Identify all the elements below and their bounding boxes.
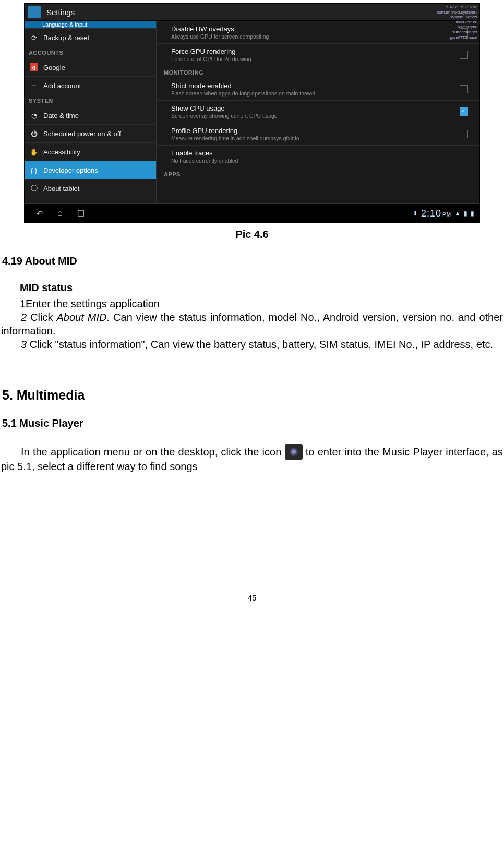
- option-title: Strict mode enabled: [171, 82, 460, 90]
- power-schedule-icon: ⏻: [29, 130, 39, 138]
- sidebar-item-scheduled[interactable]: ⏻ Scheduled power on & off: [25, 124, 156, 142]
- section-header-apps: APPS: [157, 167, 479, 179]
- checkbox[interactable]: [460, 130, 468, 138]
- option-title: Enable traces: [171, 149, 473, 157]
- status-clock: 2:10PM: [421, 208, 451, 219]
- option-subtitle: Force use of GPU for 2d drawing: [171, 56, 460, 62]
- action-bar: Settings: [25, 4, 479, 21]
- sidebar-header-accounts: ACCOUNTS: [25, 46, 156, 58]
- sidebar-item-backup[interactable]: ⟳ Backup & reset: [25, 28, 156, 46]
- sidebar-item-label: Date & time: [43, 112, 79, 119]
- option-show-cpu-usage[interactable]: Show CPU usage Screen overlay showing cu…: [157, 100, 479, 123]
- settings-detail-pane: Disable HW overlays Always use GPU for s…: [157, 21, 479, 203]
- option-title: Show CPU usage: [171, 104, 460, 112]
- option-enable-traces[interactable]: Enable traces No traces currently enable…: [157, 145, 479, 167]
- sidebar-item-language[interactable]: Language & input: [25, 21, 156, 28]
- settings-sidebar: Language & input ⟳ Backup & reset ACCOUN…: [25, 21, 157, 203]
- sidebar-item-about[interactable]: ⓘ About tablet: [25, 179, 156, 197]
- clock-icon: ◔: [29, 112, 39, 119]
- info-icon: ⓘ: [29, 184, 39, 193]
- option-profile-gpu[interactable]: Profile GPU rendering Measure rendering …: [157, 123, 479, 145]
- heading-multimedia: 5. Multimedia: [0, 388, 504, 403]
- option-title: Profile GPU rendering: [171, 127, 460, 135]
- back-icon[interactable]: ↶: [36, 209, 43, 219]
- wifi-icon: ▲: [454, 210, 461, 217]
- option-title: Force GPU rendering: [171, 47, 460, 55]
- settings-screenshot: 5.47 / 1.53 / 5.52 com.android.systemui …: [24, 3, 480, 223]
- sidebar-item-label: Add account: [43, 82, 81, 90]
- sidebar-item-label: Backup & reset: [43, 34, 89, 42]
- option-title: Disable HW overlays: [171, 25, 460, 33]
- section-header-monitoring: MONITORING: [157, 66, 479, 78]
- sidebar-item-label: Accessibility: [43, 148, 80, 156]
- checkbox[interactable]: [460, 85, 468, 93]
- action-bar-title: Settings: [46, 8, 75, 17]
- cpu-overlay: 5.47 / 1.53 / 5.52 com.android.systemui …: [437, 5, 477, 40]
- option-subtitle: Screen overlay showing current CPU usage: [171, 113, 460, 119]
- sidebar-item-add-account[interactable]: ＋ Add account: [25, 76, 156, 94]
- sidebar-item-label: Developer options: [43, 166, 98, 174]
- plus-icon: ＋: [29, 81, 39, 90]
- option-force-gpu-rendering[interactable]: Force GPU rendering Force use of GPU for…: [157, 43, 479, 66]
- system-navbar: ↶ ⌂ ☐ ⬇ 2:10PM ▲ ▮ ▮: [25, 203, 479, 223]
- option-disable-hw-overlays[interactable]: Disable HW overlays Always use GPU for s…: [157, 21, 479, 43]
- sidebar-item-label: Scheduled power on & off: [43, 130, 121, 138]
- music-player-paragraph: In the application menu or on the deskto…: [1, 444, 503, 473]
- page-number: 45: [0, 593, 504, 602]
- google-icon: g: [29, 63, 39, 71]
- sidebar-item-google[interactable]: g Google: [25, 58, 156, 76]
- download-icon: ⬇: [413, 210, 418, 217]
- step-2: 2 Click About MID. Can view the status i…: [1, 310, 503, 338]
- step-1: 1Enter the settings application: [20, 297, 503, 310]
- figure-caption: Pic 4.6: [0, 229, 504, 241]
- sidebar-item-developer[interactable]: { } Developer options: [25, 161, 156, 179]
- backup-icon: ⟳: [29, 34, 39, 42]
- checkbox[interactable]: [460, 51, 468, 59]
- sidebar-header-system: SYSTEM: [25, 94, 156, 106]
- braces-icon: { }: [29, 166, 39, 174]
- battery-icon: ▮: [471, 210, 474, 217]
- subheading-mid-status: MID status: [20, 282, 504, 294]
- sidebar-item-label: Google: [43, 64, 65, 71]
- step-3: 3 Click "status information", Can view t…: [1, 338, 503, 351]
- sidebar-item-accessibility[interactable]: ✋ Accessibility: [25, 142, 156, 161]
- music-app-icon: [285, 444, 303, 460]
- sidebar-item-label: About tablet: [43, 185, 79, 193]
- sidebar-item-datetime[interactable]: ◔ Date & time: [25, 106, 156, 124]
- heading-music-player: 5.1 Music Player: [0, 417, 504, 429]
- signal-icon: ▮: [464, 210, 467, 217]
- home-icon[interactable]: ⌂: [57, 209, 63, 219]
- recent-apps-icon[interactable]: ☐: [77, 209, 85, 219]
- option-subtitle: Measure rendering time in adb shell dump…: [171, 135, 460, 141]
- hand-icon: ✋: [29, 148, 39, 156]
- settings-app-icon: [28, 6, 41, 18]
- option-subtitle: No traces currently enabled: [171, 158, 473, 164]
- checkbox-checked[interactable]: [460, 107, 468, 116]
- option-subtitle: Always use GPU for screen compositing: [171, 33, 460, 40]
- heading-about-mid: 4.19 About MID: [0, 255, 504, 267]
- option-subtitle: Flash screen when apps do long operation…: [171, 90, 460, 97]
- option-strict-mode[interactable]: Strict mode enabled Flash screen when ap…: [157, 78, 479, 100]
